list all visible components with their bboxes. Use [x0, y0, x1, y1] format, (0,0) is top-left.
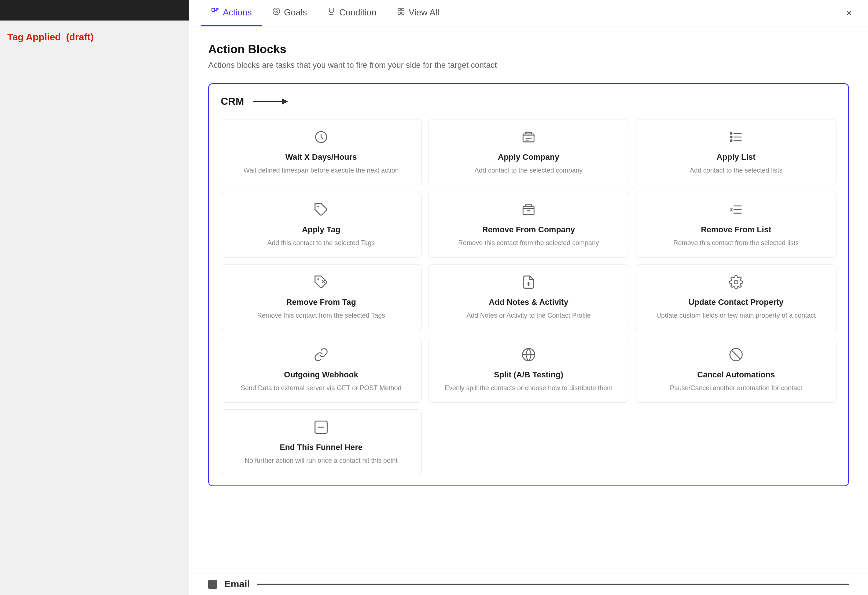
tab-actions-label: Actions	[223, 7, 252, 18]
left-panel-topbar	[0, 0, 190, 21]
tag-applied-label: Tag Applied (draft)	[7, 31, 183, 43]
svg-rect-5	[402, 9, 404, 10]
card-wait-x-days[interactable]: Wait X Days/Hours Wait defined timespan …	[221, 119, 422, 185]
svg-rect-4	[398, 9, 400, 10]
left-panel-body: Tag Applied (draft)	[0, 21, 190, 54]
card-apply-company[interactable]: Apply Company Add contact to the selecte…	[428, 119, 629, 185]
crm-header: CRM	[221, 96, 837, 108]
update-contact-property-icon	[729, 275, 743, 292]
card-remove-from-list[interactable]: Remove From List Remove this contact fro…	[636, 191, 837, 258]
tab-condition[interactable]: Condition	[317, 0, 386, 27]
svg-line-37	[732, 350, 740, 359]
apply-company-icon	[521, 130, 536, 147]
svg-point-17	[730, 133, 732, 134]
svg-rect-7	[402, 12, 404, 14]
card-remove-from-tag-title: Remove From Tag	[286, 298, 356, 307]
drawer-body: Action Blocks Actions blocks are tasks t…	[189, 27, 868, 573]
crm-label: CRM	[221, 96, 244, 108]
card-remove-from-tag[interactable]: Remove From Tag Remove this contact from…	[221, 264, 422, 330]
email-indicator	[208, 580, 217, 589]
card-split-ab-testing-desc: Evenly split the contacts or choose how …	[444, 383, 613, 393]
left-panel: Tag Applied (draft)	[0, 0, 190, 595]
apply-tag-icon	[314, 202, 328, 219]
card-outgoing-webhook[interactable]: Outgoing Webhook Send Data to external s…	[221, 337, 422, 403]
apply-list-icon	[729, 130, 743, 147]
card-update-contact-property-title: Update Contact Property	[688, 298, 783, 307]
card-wait-x-days-desc: Wait defined timespan before execute the…	[244, 166, 399, 175]
goals-tab-icon	[272, 7, 280, 18]
section-title: Action Blocks	[208, 43, 849, 56]
card-apply-company-title: Apply Company	[498, 152, 559, 162]
card-update-contact-property-desc: Update custom fields or few main propert…	[656, 311, 816, 321]
split-ab-testing-icon	[521, 347, 536, 364]
card-remove-from-list-title: Remove From List	[701, 225, 771, 234]
card-add-notes-activity[interactable]: Add Notes & Activity Add Notes or Activi…	[428, 264, 629, 330]
drawer-header: Actions Goals Condition	[189, 0, 868, 27]
card-end-funnel[interactable]: End This Funnel Here No further action w…	[221, 409, 422, 475]
condition-tab-icon	[327, 7, 335, 18]
card-apply-list-title: Apply List	[717, 152, 756, 162]
remove-from-company-icon	[521, 202, 536, 219]
tab-condition-label: Condition	[339, 7, 376, 18]
card-end-funnel-desc: No further action will run once a contac…	[245, 456, 397, 466]
action-blocks-drawer: Actions Goals Condition	[189, 0, 868, 595]
tab-view-all[interactable]: View All	[387, 0, 450, 27]
card-add-notes-activity-title: Add Notes & Activity	[489, 298, 568, 307]
card-remove-from-tag-desc: Remove this contact from the selected Ta…	[257, 311, 385, 321]
crm-container: CRM Wait X D	[208, 83, 849, 486]
close-button[interactable]: ×	[841, 6, 856, 21]
card-apply-list[interactable]: Apply List Add contact to the selected l…	[636, 119, 837, 185]
card-apply-tag-desc: Add this contact to the selected Tags	[267, 238, 375, 248]
tag-draft-text: (draft)	[66, 31, 93, 43]
svg-marker-9	[282, 99, 288, 105]
card-apply-tag[interactable]: Apply Tag Add this contact to the select…	[221, 191, 422, 258]
end-funnel-icon	[314, 420, 328, 437]
tag-applied-text: Tag Applied	[7, 31, 61, 43]
svg-point-18	[730, 136, 732, 138]
add-notes-activity-icon	[521, 275, 536, 292]
card-remove-from-company-desc: Remove this contact from the selected co…	[458, 238, 599, 248]
card-outgoing-webhook-title: Outgoing Webhook	[284, 370, 358, 380]
card-remove-from-company-title: Remove From Company	[482, 225, 575, 234]
remove-from-list-icon	[729, 202, 743, 219]
crm-arrow	[253, 96, 289, 107]
tab-goals-label: Goals	[284, 7, 307, 18]
section-subtitle: Actions blocks are tasks that you want t…	[208, 60, 849, 70]
svg-rect-6	[398, 12, 400, 14]
card-split-ab-testing[interactable]: Split (A/B Testing) Evenly split the con…	[428, 337, 629, 403]
cards-grid: Wait X Days/Hours Wait defined timespan …	[221, 119, 837, 475]
tab-actions[interactable]: Actions	[201, 0, 262, 27]
cancel-automations-icon	[729, 347, 743, 364]
actions-tab-icon	[211, 7, 219, 18]
card-apply-tag-title: Apply Tag	[302, 225, 341, 234]
svg-point-19	[730, 140, 732, 142]
svg-point-3	[276, 11, 277, 12]
card-end-funnel-title: End This Funnel Here	[280, 443, 363, 452]
card-cancel-automations-desc: Pause/Cancel another automation for cont…	[670, 383, 802, 393]
outgoing-webhook-icon	[314, 347, 328, 364]
card-cancel-automations[interactable]: Cancel Automations Pause/Cancel another …	[636, 337, 837, 403]
card-apply-company-desc: Add contact to the selected company	[474, 166, 582, 175]
tab-goals[interactable]: Goals	[262, 0, 317, 27]
email-section: Email	[189, 573, 868, 595]
card-add-notes-activity-desc: Add Notes or Activity to the Contact Pro…	[466, 311, 590, 321]
card-outgoing-webhook-desc: Send Data to external server via GET or …	[241, 383, 402, 393]
view-all-tab-icon	[397, 7, 405, 18]
card-remove-from-list-desc: Remove this contact from the selected li…	[673, 238, 799, 248]
card-cancel-automations-title: Cancel Automations	[697, 370, 775, 380]
email-section-label: Email	[224, 579, 249, 590]
card-apply-list-desc: Add contact to the selected lists	[689, 166, 782, 175]
svg-point-33	[734, 280, 738, 284]
remove-from-tag-icon	[314, 275, 328, 292]
card-update-contact-property[interactable]: Update Contact Property Update custom fi…	[636, 264, 837, 330]
wait-x-days-icon	[314, 130, 328, 147]
card-wait-x-days-title: Wait X Days/Hours	[286, 152, 357, 162]
email-divider-line	[257, 584, 849, 585]
card-split-ab-testing-title: Split (A/B Testing)	[494, 370, 563, 380]
card-remove-from-company[interactable]: Remove From Company Remove this contact …	[428, 191, 629, 258]
tab-view-all-label: View All	[409, 7, 440, 18]
